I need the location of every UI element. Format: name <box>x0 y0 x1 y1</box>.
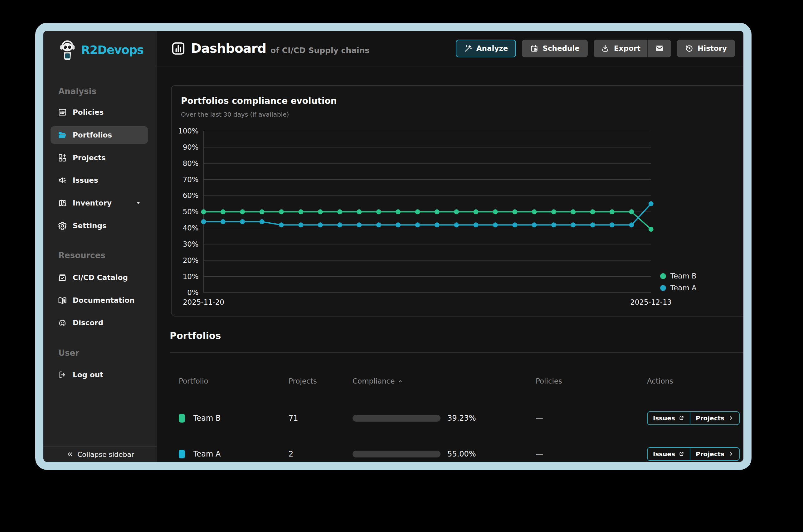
portfolio-color-swatch <box>179 414 185 422</box>
row-actions-group: Issues Projects <box>647 447 740 461</box>
double-chevron-left-icon <box>66 451 74 458</box>
schedule-button[interactable]: Schedule <box>522 40 588 57</box>
table-row-policies-cell: — <box>536 436 647 470</box>
sidebar-item-label: CI/CD Catalog <box>73 273 128 282</box>
portfolio-name: Team A <box>193 450 221 458</box>
svg-text:30%: 30% <box>183 240 199 248</box>
export-button[interactable]: Export <box>594 40 647 57</box>
policies-value: — <box>536 414 543 422</box>
sidebar-item-discord[interactable]: Discord <box>51 314 148 331</box>
portfolio-color-swatch <box>179 450 185 458</box>
sidebar-item-inventory[interactable]: Inventory <box>51 194 148 212</box>
column-header-portfolio[interactable]: Portfolio <box>179 362 288 400</box>
sidebar-item-projects[interactable]: Projects <box>51 149 148 167</box>
brand[interactable]: R2Devops <box>58 39 144 61</box>
book-open-icon <box>58 296 67 305</box>
sidebar-heading-user: User <box>58 347 79 359</box>
analyze-button-label: Analyze <box>477 44 508 52</box>
megaphone-icon <box>58 175 67 185</box>
sidebar-item-label: Portfolios <box>73 131 112 139</box>
compliance-evolution-card: Portfolios compliance evolution Over the… <box>171 85 751 317</box>
sidebar: R2Devops Analysis Policies Portfolios <box>43 31 157 462</box>
sidebar-item-label: Documentation <box>73 296 134 304</box>
table-row-policies-cell: — <box>536 400 647 436</box>
envelope-icon <box>655 44 664 53</box>
collapse-sidebar-button[interactable]: Collapse sidebar <box>43 446 157 462</box>
column-header-label: Projects <box>288 377 317 385</box>
sidebar-item-cicd-catalog[interactable]: CI/CD Catalog <box>51 269 148 286</box>
compliance-bar-track <box>353 415 441 422</box>
legend-label: Team B <box>670 272 697 280</box>
column-header-label: Compliance <box>353 377 395 385</box>
export-button-label: Export <box>614 44 640 52</box>
table-row-compliance-cell: 55.00% <box>353 436 536 470</box>
issues-button[interactable]: Issues <box>648 412 690 424</box>
sidebar-item-label: Log out <box>73 371 103 379</box>
sidebar-item-documentation[interactable]: Documentation <box>51 291 148 309</box>
column-header-compliance[interactable]: Compliance <box>353 362 536 400</box>
column-header-projects[interactable]: Projects <box>288 362 353 400</box>
export-button-group: Export <box>594 40 671 57</box>
svg-text:40%: 40% <box>183 224 199 232</box>
page-subtitle: of CI/CD Supply chains <box>270 42 369 55</box>
table-row-portfolio-cell: Team A <box>179 436 288 470</box>
header-actions: Analyze Schedule <box>456 40 735 57</box>
logout-icon <box>58 370 67 380</box>
row-actions-group: Issues Projects <box>647 411 740 425</box>
portfolios-heading: Portfolios <box>170 330 221 341</box>
export-mail-button[interactable] <box>648 40 671 57</box>
sort-ascending-icon <box>397 378 404 384</box>
svg-text:0%: 0% <box>187 288 199 297</box>
table-row-actions-cell: Issues Projects <box>647 400 751 436</box>
sidebar-heading-analysis: Analysis <box>58 85 96 98</box>
sidebar-item-logout[interactable]: Log out <box>51 366 148 384</box>
svg-text:10%: 10% <box>183 272 199 281</box>
schedule-button-label: Schedule <box>542 44 580 52</box>
history-button-label: History <box>697 44 727 52</box>
sidebar-item-label: Policies <box>73 108 104 116</box>
column-header-label: Actions <box>647 377 673 385</box>
issues-button[interactable]: Issues <box>648 448 690 460</box>
brand-name: R2Devops <box>81 43 144 57</box>
column-header-policies[interactable]: Policies <box>536 362 647 400</box>
sidebar-item-settings[interactable]: Settings <box>51 217 148 234</box>
calendar-clock-icon <box>530 44 539 53</box>
legend-dot <box>660 285 666 291</box>
compliance-percent: 55.00% <box>447 450 476 458</box>
map-search-icon <box>58 198 67 208</box>
sidebar-item-label: Projects <box>73 154 106 162</box>
sidebar-item-portfolios[interactable]: Portfolios <box>51 126 148 144</box>
portfolios-table: Portfolio Projects Compliance Policies A… <box>179 362 751 470</box>
projects-button-label: Projects <box>696 414 724 422</box>
svg-text:80%: 80% <box>183 159 199 168</box>
r2devops-robot-logo-icon <box>58 39 77 61</box>
svg-text:50%: 50% <box>183 208 199 216</box>
issues-button-label: Issues <box>653 450 675 458</box>
folder-open-icon <box>58 130 67 140</box>
history-button[interactable]: History <box>677 40 735 57</box>
svg-text:100%: 100% <box>178 127 199 135</box>
sidebar-item-policies[interactable]: Policies <box>51 103 148 121</box>
compliance-percent: 39.23% <box>447 414 476 422</box>
analyze-button[interactable]: Analyze <box>456 40 516 57</box>
table-row-projects-cell: 71 <box>288 400 353 436</box>
projects-button[interactable]: Projects <box>690 412 739 424</box>
legend-item-team-b[interactable]: Team B <box>660 270 697 282</box>
legend-label: Team A <box>670 284 697 292</box>
bar-chart-icon <box>171 41 186 56</box>
chevron-right-icon <box>728 451 734 457</box>
chevron-down-icon[interactable] <box>135 200 142 206</box>
policies-icon <box>58 108 67 117</box>
sidebar-item-label: Inventory <box>73 199 112 207</box>
column-header-actions: Actions <box>647 362 751 400</box>
projects-button[interactable]: Projects <box>690 448 739 460</box>
legend-item-team-a[interactable]: Team A <box>660 282 697 294</box>
projects-button-label: Projects <box>696 450 724 458</box>
sidebar-item-issues[interactable]: Issues <box>51 172 148 189</box>
legend-dot <box>660 273 666 279</box>
collapse-sidebar-label: Collapse sidebar <box>77 451 134 458</box>
page-title: Dashboard <box>191 41 266 56</box>
table-row-actions-cell: Issues Projects <box>647 436 751 470</box>
table-row-portfolio-cell: Team B <box>179 400 288 436</box>
svg-text:60%: 60% <box>183 191 199 200</box>
